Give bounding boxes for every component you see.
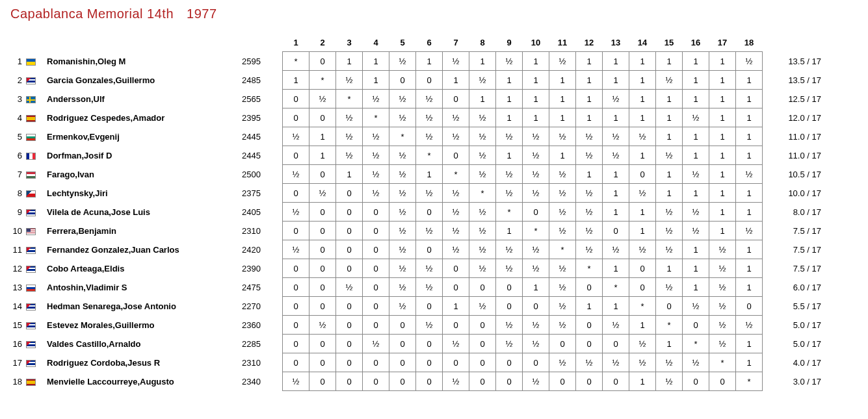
result-cell[interactable]: ½ — [549, 353, 576, 372]
result-cell[interactable]: ½ — [389, 146, 416, 165]
result-cell[interactable]: ½ — [469, 240, 496, 259]
result-cell[interactable]: 1 — [549, 108, 576, 127]
result-cell[interactable]: 0 — [629, 259, 656, 278]
result-cell[interactable]: 1 — [656, 259, 683, 278]
result-cell[interactable]: 1 — [496, 222, 523, 240]
result-cell[interactable]: ½ — [309, 90, 336, 108]
result-cell[interactable]: 0 — [336, 240, 363, 259]
result-cell[interactable]: ½ — [336, 146, 363, 165]
result-cell[interactable]: 0 — [656, 297, 683, 316]
result-cell[interactable]: ½ — [469, 297, 496, 316]
result-cell[interactable]: 1 — [549, 71, 576, 90]
result-cell[interactable]: 1 — [709, 184, 736, 203]
result-cell[interactable]: ½ — [496, 184, 523, 203]
result-cell[interactable]: ½ — [709, 316, 736, 335]
result-cell[interactable]: ½ — [443, 203, 469, 222]
player-name[interactable]: Ermenkov,Evgenij — [43, 127, 242, 146]
result-cell[interactable]: 1 — [656, 184, 683, 203]
result-cell[interactable]: ½ — [549, 203, 576, 222]
result-cell[interactable]: ½ — [416, 108, 443, 127]
result-cell[interactable]: 0 — [549, 335, 576, 353]
result-cell[interactable]: 0 — [309, 372, 336, 391]
result-cell[interactable]: ½ — [683, 203, 709, 222]
result-cell[interactable]: 1 — [683, 278, 709, 297]
result-cell[interactable]: * — [496, 203, 523, 222]
result-cell[interactable]: ½ — [523, 184, 549, 203]
result-cell[interactable]: 0 — [443, 259, 469, 278]
result-cell[interactable]: 1 — [496, 108, 523, 127]
result-cell[interactable]: 0 — [416, 297, 443, 316]
result-cell[interactable]: 1 — [656, 90, 683, 108]
result-cell[interactable]: 1 — [709, 52, 736, 71]
result-cell[interactable]: ½ — [336, 108, 363, 127]
player-name[interactable]: Antoshin,Vladimir S — [43, 278, 242, 297]
player-name[interactable]: Garcia Gonzales,Guillermo — [43, 71, 242, 90]
result-cell[interactable]: ½ — [549, 52, 576, 71]
result-cell[interactable]: 0 — [309, 353, 336, 372]
result-cell[interactable]: ½ — [416, 259, 443, 278]
result-cell[interactable]: ½ — [389, 278, 416, 297]
result-cell[interactable]: ½ — [496, 52, 523, 71]
result-cell[interactable]: 0 — [309, 203, 336, 222]
result-cell[interactable]: ½ — [523, 259, 549, 278]
result-cell[interactable]: 1 — [603, 108, 629, 127]
result-cell[interactable]: ½ — [656, 71, 683, 90]
result-cell[interactable]: 1 — [683, 90, 709, 108]
result-cell[interactable]: 0 — [469, 316, 496, 335]
result-cell[interactable]: ½ — [736, 222, 763, 240]
result-cell[interactable]: ½ — [416, 316, 443, 335]
result-cell[interactable]: 0 — [523, 203, 549, 222]
result-cell[interactable]: 1 — [336, 52, 363, 71]
result-cell[interactable]: 1 — [709, 203, 736, 222]
result-cell[interactable]: 1 — [363, 71, 389, 90]
result-cell[interactable]: ½ — [549, 297, 576, 316]
result-cell[interactable]: 0 — [309, 240, 336, 259]
result-cell[interactable]: ½ — [736, 52, 763, 71]
result-cell[interactable]: ½ — [416, 127, 443, 146]
result-cell[interactable]: ½ — [656, 278, 683, 297]
result-cell[interactable]: ½ — [496, 259, 523, 278]
result-cell[interactable]: ½ — [549, 278, 576, 297]
result-cell[interactable]: ½ — [683, 108, 709, 127]
result-cell[interactable]: 1 — [736, 71, 763, 90]
result-cell[interactable]: ½ — [603, 353, 629, 372]
result-cell[interactable]: 0 — [363, 353, 389, 372]
result-cell[interactable]: ½ — [363, 335, 389, 353]
result-cell[interactable]: * — [629, 297, 656, 316]
result-cell[interactable]: 0 — [336, 259, 363, 278]
result-cell[interactable]: 1 — [603, 259, 629, 278]
result-cell[interactable]: ½ — [629, 335, 656, 353]
result-cell[interactable]: ½ — [469, 222, 496, 240]
result-cell[interactable]: 0 — [496, 278, 523, 297]
result-cell[interactable]: 1 — [469, 52, 496, 71]
player-name[interactable]: Romanishin,Oleg M — [43, 52, 242, 71]
result-cell[interactable]: 1 — [603, 52, 629, 71]
result-cell[interactable]: 0 — [469, 335, 496, 353]
result-cell[interactable]: ½ — [309, 184, 336, 203]
result-cell[interactable]: 1 — [309, 127, 336, 146]
result-cell[interactable]: ½ — [603, 146, 629, 165]
result-cell[interactable]: 1 — [443, 297, 469, 316]
result-cell[interactable]: 0 — [309, 297, 336, 316]
player-name[interactable]: Farago,Ivan — [43, 165, 242, 184]
result-cell[interactable]: 0 — [416, 203, 443, 222]
result-cell[interactable]: 1 — [736, 353, 763, 372]
result-cell[interactable]: 0 — [496, 353, 523, 372]
result-cell[interactable]: 1 — [523, 278, 549, 297]
result-cell[interactable]: ½ — [709, 335, 736, 353]
result-cell[interactable]: ½ — [389, 52, 416, 71]
result-cell[interactable]: ½ — [443, 127, 469, 146]
result-cell[interactable]: 0 — [523, 297, 549, 316]
result-cell[interactable]: ½ — [283, 165, 309, 184]
result-cell[interactable]: ½ — [709, 278, 736, 297]
result-cell[interactable]: 1 — [309, 146, 336, 165]
result-cell[interactable]: ½ — [709, 297, 736, 316]
result-cell[interactable]: 1 — [416, 52, 443, 71]
result-cell[interactable]: 1 — [683, 52, 709, 71]
result-cell[interactable]: 0 — [603, 335, 629, 353]
result-cell[interactable]: ½ — [523, 165, 549, 184]
result-cell[interactable]: 0 — [443, 278, 469, 297]
player-name[interactable]: Vilela de Acuna,Jose Luis — [43, 203, 242, 222]
result-cell[interactable]: 1 — [709, 222, 736, 240]
result-cell[interactable]: 0 — [469, 278, 496, 297]
